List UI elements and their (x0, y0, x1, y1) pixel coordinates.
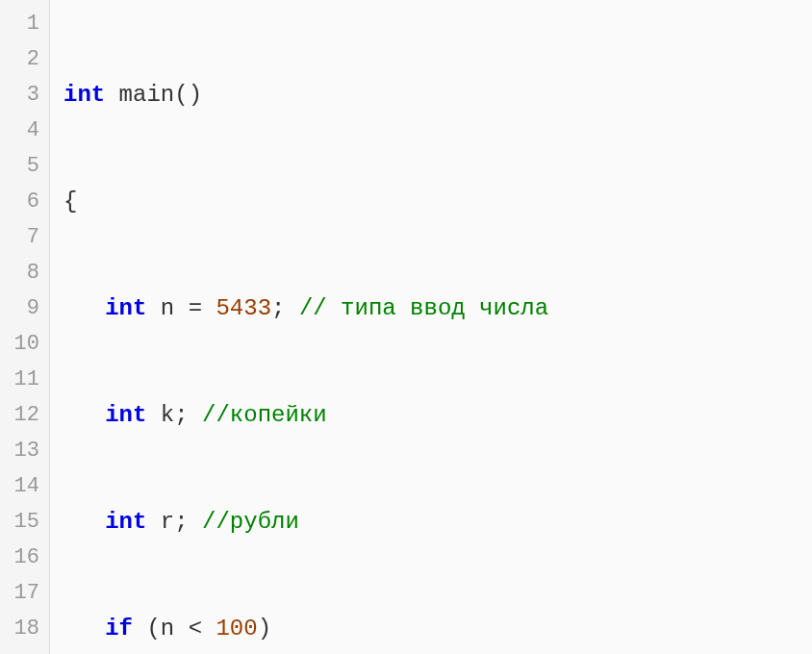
line-number: 12 (0, 397, 39, 433)
line-number-gutter: 1 2 3 4 5 6 7 8 9 10 11 12 13 14 15 16 1… (0, 0, 50, 654)
code-text (63, 509, 105, 535)
code-line: int r; //рубли (63, 504, 812, 540)
line-number: 6 (0, 184, 39, 219)
number-literal: 5433 (216, 295, 271, 321)
line-number: 4 (0, 113, 39, 148)
line-number: 8 (0, 255, 39, 290)
code-line: int k; //копейки (63, 397, 812, 433)
keyword: int (105, 402, 146, 428)
code-editor[interactable]: int main() { int n = 5433; // типа ввод … (50, 0, 812, 654)
line-number: 18 (0, 611, 39, 646)
line-number: 5 (0, 148, 39, 184)
code-line: int main() (63, 77, 812, 113)
code-text: r; (146, 509, 202, 535)
code-text (63, 402, 105, 428)
keyword: int (105, 509, 146, 535)
comment: //рубли (202, 509, 299, 535)
keyword: int (63, 82, 105, 108)
line-number: 3 (0, 77, 39, 113)
code-text (63, 295, 105, 321)
line-number: 9 (0, 290, 39, 326)
code-text (63, 616, 105, 641)
code-text: ; (271, 295, 299, 321)
keyword: if (105, 616, 133, 641)
code-text: n = (146, 295, 216, 321)
line-number: 7 (0, 219, 39, 255)
comment: // типа ввод числа (299, 295, 548, 321)
code-text: { (63, 189, 77, 214)
code-line: if (n < 100) (63, 611, 812, 646)
line-number: 1 (0, 6, 39, 41)
line-number: 17 (0, 575, 39, 611)
code-line: int n = 5433; // типа ввод числа (63, 290, 812, 326)
line-number: 16 (0, 540, 39, 575)
code-text: ) (258, 616, 271, 641)
line-number: 10 (0, 326, 39, 362)
code-text: main() (105, 82, 202, 108)
keyword: int (105, 295, 146, 321)
number-literal: 100 (216, 616, 257, 641)
code-text: k; (146, 402, 202, 428)
line-number: 11 (0, 362, 39, 397)
code-text: (n < (133, 616, 216, 641)
code-line: { (63, 184, 812, 219)
line-number: 14 (0, 468, 39, 504)
line-number: 2 (0, 41, 39, 77)
line-number: 15 (0, 504, 39, 540)
comment: //копейки (202, 402, 327, 428)
line-number: 13 (0, 433, 39, 468)
